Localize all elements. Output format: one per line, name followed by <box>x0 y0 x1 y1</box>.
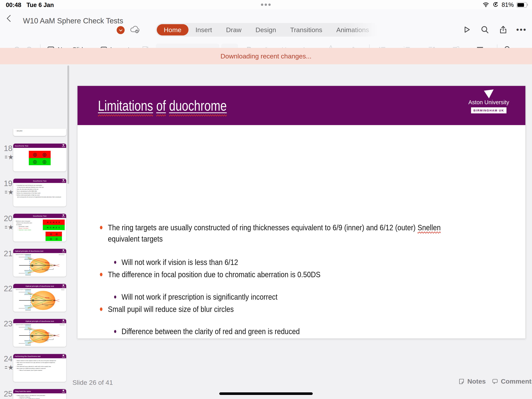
duochrome-target: ◎◎ <box>45 232 62 236</box>
notes-icon <box>458 378 465 385</box>
play-icon <box>462 25 471 34</box>
slide-thumbnail[interactable]: Optical principle of duochrome test–Opti… <box>13 284 66 312</box>
aston-university-logo: Aston University BIRMINGHAM UK <box>467 90 510 113</box>
document-menu-button[interactable] <box>117 26 125 34</box>
thumb-text-lines: ▪If patient answers "Same" or "No differ… <box>13 393 66 399</box>
aston-logo-icon <box>484 90 494 98</box>
slide-thumbnail[interactable]: Optical principle of duochrome test–Opti… <box>13 249 66 277</box>
search-button[interactable] <box>480 25 490 35</box>
slide-thumbnail[interactable]: Duochrome Test▪Whichever colour is focus… <box>13 214 66 242</box>
status-date: Tue 6 Jan <box>26 1 54 9</box>
prism-icon <box>25 290 32 295</box>
slide-canvas[interactable]: Limitations of duochrome Aston Universit… <box>77 86 526 339</box>
bullet-item: Will not work if prescription is signifi… <box>114 291 301 302</box>
slide-number-label: 22 <box>4 284 13 293</box>
thumb-text-lines: ▪Patient asked if circles appear clearer… <box>13 358 66 371</box>
letter-chart-red: H C H Z C <box>43 219 65 225</box>
bullet-item: Difference between the clarity of red an… <box>114 326 326 337</box>
thumbnail-item-19[interactable]: 19★Duochrome Test▪A standard test used d… <box>13 179 66 206</box>
thumb-header: Optical principle of duochrome test <box>13 319 66 323</box>
share-icon <box>499 25 508 34</box>
thumbnail-item-18[interactable]: 18★Duochrome Test◎◎◎◎ <box>13 144 66 171</box>
thumb-text-lines: ▪Use prism <box>13 129 66 132</box>
tab-animations[interactable]: Animations <box>329 24 376 35</box>
slide-thumbnail[interactable]: Duochrome Test◎◎◎◎ <box>13 144 66 171</box>
input-ray <box>19 273 25 273</box>
aston-logo-tag: BIRMINGHAM UK <box>471 107 507 113</box>
bullet-dot-icon <box>100 308 102 311</box>
sync-banner: Downloading recent changes... <box>0 48 532 64</box>
more-button[interactable]: ••• <box>516 25 526 35</box>
bullet-dot-icon <box>114 261 116 264</box>
tab-home[interactable]: Home <box>157 24 189 35</box>
powerpoint-app: 00:48 Tue 6 Jan 81% W10 AaM Sphere Check <box>0 0 532 399</box>
panel-scrollbar[interactable] <box>67 65 69 184</box>
bullet-dot-icon <box>100 273 102 276</box>
status-bar: 00:48 Tue 6 Jan 81% <box>0 0 532 9</box>
mini-bullet-icon: ▪ <box>16 368 16 369</box>
slide-thumbnail[interactable]: Duochrome Test▪A standard test used duri… <box>13 179 66 206</box>
mini-bullet-icon: ▪ <box>16 362 16 363</box>
thumbnail-item-20[interactable]: 20★Duochrome Test▪Whichever colour is fo… <box>13 214 66 242</box>
label-hyp: Hyp <box>35 263 37 264</box>
aston-logo-mini <box>62 390 65 392</box>
notes-label: Notes <box>467 378 486 385</box>
chevron-down-icon <box>119 28 122 31</box>
ellipsis-icon: ••• <box>516 28 527 32</box>
slide-title[interactable]: Limitations of duochrome <box>98 96 227 116</box>
tab-slide-show[interactable]: Slide S <box>376 24 411 35</box>
thumbnail-item-23[interactable]: 23Optical principle of duochrome test–Op… <box>13 319 66 347</box>
tab-draw[interactable]: Draw <box>219 24 248 35</box>
thumb-body: ▪Use prism <box>13 129 66 136</box>
tab-insert[interactable]: Insert <box>189 24 219 35</box>
label-hyp: Hyp <box>35 298 37 299</box>
slide-thumbnail[interactable]: Performing the Duochrome test▪Patient as… <box>13 354 66 382</box>
aston-logo-mini <box>62 320 65 322</box>
bullet-item: The difference in focal position due to … <box>100 269 352 280</box>
back-button[interactable] <box>8 16 13 22</box>
transition-star-icon: ★ <box>8 154 14 160</box>
bullet-item: Small pupil will reduce size of blur cir… <box>100 303 253 315</box>
tab-transitions[interactable]: Transitions <box>283 24 329 35</box>
input-ray <box>19 343 25 343</box>
multitask-indicator-icon <box>261 4 271 6</box>
transition-star-icon: ★ <box>8 224 14 231</box>
thumb-body: ▪If patient answers "Same" or "No differ… <box>13 393 66 399</box>
label-hyp: Hyp <box>35 333 37 334</box>
mini-bullet-icon: ▪ <box>16 185 16 186</box>
input-ray <box>19 327 25 327</box>
thumb-body: ◎◎◎◎ <box>13 148 66 171</box>
thumb-body: –Optical principles of duochrome testHyp… <box>13 323 66 347</box>
aston-logo-mini <box>62 214 65 217</box>
slide-thumbnail[interactable]: Optical principle of duochrome test–Opti… <box>13 319 66 347</box>
home-indicator[interactable] <box>219 392 313 395</box>
thumb-body: ▪Patient asked if circles appear clearer… <box>13 358 66 382</box>
share-button[interactable] <box>498 25 508 35</box>
measure-label: 0.50DS <box>45 305 48 306</box>
label-myope: Myope <box>45 297 50 298</box>
measure-label: 0.50DS <box>45 270 48 271</box>
bullet-dot-icon <box>114 296 116 298</box>
slideshow-play-button[interactable] <box>462 25 472 35</box>
thumbnail-item-24[interactable]: 24★Performing the Duochrome test▪Patient… <box>13 354 66 382</box>
app-chrome: W10 AaM Sphere Check Tests HomeInsertDra… <box>0 9 532 48</box>
search-icon <box>480 25 489 34</box>
tab-design[interactable]: Design <box>248 24 283 35</box>
rotation-lock-icon <box>492 1 499 9</box>
label-myope: Myope <box>45 332 50 333</box>
slide-thumbnail[interactable]: ▪Use prism <box>13 129 66 136</box>
thumbnail-item-25[interactable]: 25★They look the same▪If patient answers… <box>13 389 66 399</box>
thumbnail-item-22[interactable]: 22Optical principle of duochrome test–Op… <box>13 284 66 312</box>
lens-plane-line <box>30 259 30 272</box>
thumbnail-item-21[interactable]: 21Optical principle of duochrome test–Op… <box>13 249 66 277</box>
document-title: W10 AaM Sphere Check Tests <box>23 17 123 25</box>
thumb-header: Optical principle of duochrome test <box>13 284 66 288</box>
thumbnail-item-17[interactable]: ▪Use prism <box>13 129 66 136</box>
mini-bullet-icon: ▪ <box>16 366 16 367</box>
slide-thumbnail[interactable]: They look the same▪If patient answers "S… <box>13 389 66 399</box>
aston-logo-name: Aston University <box>467 99 510 106</box>
notes-button[interactable]: Notes <box>458 378 486 385</box>
comments-button[interactable]: Comments <box>492 378 532 385</box>
label-emm: Emm <box>40 332 43 334</box>
bullet-dot-icon <box>100 226 102 229</box>
